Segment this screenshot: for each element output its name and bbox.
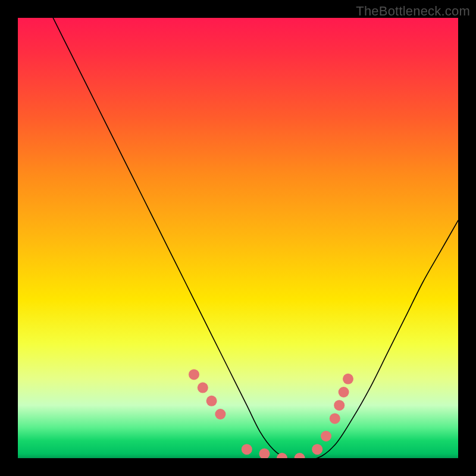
highlight-dots-group (189, 369, 353, 458)
highlight-dot (321, 431, 331, 441)
highlight-dot (189, 369, 199, 380)
bottleneck-curve (53, 18, 458, 458)
chart-stage: TheBottleneck.com (0, 0, 476, 476)
watermark-text: TheBottleneck.com (356, 4, 470, 19)
highlight-dot (242, 444, 252, 455)
highlight-dot (206, 396, 217, 406)
highlight-dot (215, 409, 226, 419)
highlight-dot (334, 400, 345, 411)
highlight-dot (312, 444, 322, 455)
highlight-dot (330, 413, 340, 424)
highlight-dot (343, 374, 353, 384)
highlight-dot (259, 449, 270, 458)
highlight-dot (295, 453, 305, 458)
plot-area (18, 18, 458, 458)
highlight-dot (198, 383, 208, 393)
plot-svg (18, 18, 458, 458)
highlight-dot (339, 387, 349, 397)
